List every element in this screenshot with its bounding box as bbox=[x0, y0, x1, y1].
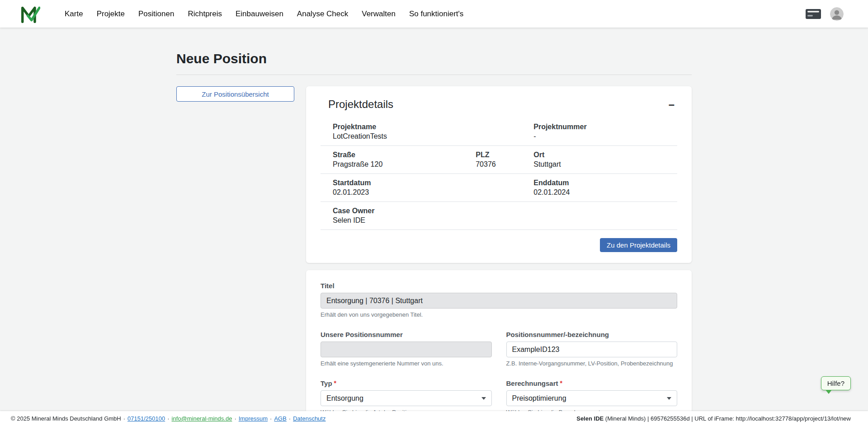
person-icon bbox=[830, 7, 844, 21]
positionsnummer-label: Positionsnummer/-bezeichnung bbox=[506, 331, 678, 338]
right-column: Projektdetails – Projektname LotCreation… bbox=[306, 86, 692, 426]
collapse-button[interactable]: – bbox=[666, 99, 677, 110]
berechnungsart-field: Berechnungsart* Preisoptimierung Wählen … bbox=[506, 379, 678, 416]
user-avatar[interactable] bbox=[830, 7, 844, 21]
titel-input bbox=[321, 293, 677, 309]
field-value: - bbox=[533, 132, 677, 140]
unsere-positionsnummer-field: Unsere Positionsnummer Erhält eine syste… bbox=[321, 331, 492, 367]
field-strasse: Straße Pragstraße 120 bbox=[333, 151, 476, 169]
field-plz: PLZ 70376 bbox=[476, 151, 533, 169]
title-divider bbox=[176, 75, 692, 75]
logo-m-icon bbox=[20, 5, 40, 23]
footer-user-info: Selen IDE (Mineral Minds) | 69576255536d… bbox=[576, 415, 851, 422]
field-value: Stuttgart bbox=[533, 160, 677, 169]
typ-select[interactable]: Entsorgung bbox=[321, 390, 492, 406]
titel-help: Erhält den von uns vorgegebenen Titel. bbox=[321, 311, 677, 318]
position-form-card: Titel Erhält den von uns vorgegebenen Ti… bbox=[306, 270, 692, 426]
footer-copyright: © 2025 Mineral Minds Deutschland GmbH bbox=[11, 415, 121, 422]
positionsnummer-field: Positionsnummer/-bezeichnung Z.B. Intern… bbox=[506, 331, 678, 367]
field-label: Projektname bbox=[333, 123, 533, 131]
main-nav: Karte Projekte Positionen Richtpreis Ein… bbox=[65, 9, 806, 19]
navbar: Karte Projekte Positionen Richtpreis Ein… bbox=[0, 0, 868, 28]
berechnungsart-select-value: Preisoptimierung bbox=[512, 394, 566, 403]
footer-email-link[interactable]: info@mineral-minds.de bbox=[172, 415, 232, 422]
nav-item-einbauweisen[interactable]: Einbauweisen bbox=[236, 9, 283, 19]
berechnungsart-label: Berechnungsart* bbox=[506, 379, 678, 387]
main-content: Neue Position Zur Positionsübersicht Pro… bbox=[0, 28, 868, 426]
footer-agb-link[interactable]: AGB bbox=[274, 415, 286, 422]
unsere-positionsnummer-help: Erhält eine systemgenerierte Nummer von … bbox=[321, 360, 492, 367]
field-projektname: Projektname LotCreationTests bbox=[333, 123, 533, 140]
field-label: Startdatum bbox=[333, 179, 533, 187]
field-enddatum: Enddatum 02.01.2024 bbox=[533, 179, 677, 197]
footer: © 2025 Mineral Minds Deutschland GmbH · … bbox=[0, 411, 868, 426]
nav-item-analyse-check[interactable]: Analyse Check bbox=[297, 9, 348, 19]
field-value: LotCreationTests bbox=[333, 132, 533, 140]
nav-item-karte[interactable]: Karte bbox=[65, 9, 83, 19]
server-stack-icon[interactable] bbox=[806, 9, 821, 19]
nav-item-projekte[interactable]: Projekte bbox=[97, 9, 125, 19]
nav-item-positionen[interactable]: Positionen bbox=[138, 9, 174, 19]
table-row: Projektname LotCreationTests Projektnumm… bbox=[321, 118, 677, 146]
field-value: Pragstraße 120 bbox=[333, 160, 476, 169]
field-value: 70376 bbox=[476, 160, 533, 169]
project-details-table: Projektname LotCreationTests Projektnumm… bbox=[321, 118, 677, 230]
field-ort: Ort Stuttgart bbox=[533, 151, 677, 169]
field-startdatum: Startdatum 02.01.2023 bbox=[333, 179, 533, 197]
field-label: Enddatum bbox=[533, 179, 677, 187]
help-button-label: Hilfe? bbox=[827, 379, 844, 387]
field-value: 02.01.2024 bbox=[533, 188, 677, 197]
navbar-right bbox=[806, 7, 844, 21]
field-projektnummer: Projektnummer - bbox=[533, 123, 677, 140]
field-value: 02.01.2023 bbox=[333, 188, 533, 197]
table-row: Case Owner Selen IDE bbox=[321, 202, 677, 230]
field-label: PLZ bbox=[476, 151, 533, 159]
footer-separator: · bbox=[234, 415, 236, 422]
project-details-button[interactable]: Zu den Projektdetails bbox=[600, 238, 677, 252]
footer-user-name: Selen IDE bbox=[576, 415, 604, 422]
footer-separator: · bbox=[270, 415, 272, 422]
titel-field: Titel Erhält den von uns vorgegebenen Ti… bbox=[321, 282, 677, 318]
typ-label: Typ* bbox=[321, 379, 492, 387]
left-column: Zur Positionsübersicht bbox=[176, 86, 294, 102]
positionsnummer-help: Z.B. Interne-Vorgangsnummer, LV-Position… bbox=[506, 360, 678, 367]
footer-impressum-link[interactable]: Impressum bbox=[239, 415, 268, 422]
required-asterisk: * bbox=[560, 379, 562, 387]
field-label: Case Owner bbox=[333, 207, 677, 215]
titel-label: Titel bbox=[321, 282, 677, 290]
nav-item-verwalten[interactable]: Verwalten bbox=[362, 9, 396, 19]
table-row: Startdatum 02.01.2023 Enddatum 02.01.202… bbox=[321, 174, 677, 202]
chevron-down-icon bbox=[481, 397, 486, 400]
field-label: Straße bbox=[333, 151, 476, 159]
table-row: Straße Pragstraße 120 PLZ 70376 Ort Stut… bbox=[321, 146, 677, 174]
help-button[interactable]: Hilfe? bbox=[821, 376, 851, 390]
footer-separator: · bbox=[167, 415, 169, 422]
back-to-positions-button[interactable]: Zur Positionsübersicht bbox=[176, 86, 294, 102]
required-asterisk: * bbox=[334, 379, 336, 387]
positionsnummer-input[interactable] bbox=[506, 342, 678, 357]
chevron-down-icon bbox=[667, 397, 671, 400]
typ-field: Typ* Entsorgung Wählen Sie hier die Art … bbox=[321, 379, 492, 416]
field-label: Ort bbox=[533, 151, 677, 159]
project-details-title: Projektdetails bbox=[328, 98, 393, 111]
nav-item-richtpreis[interactable]: Richtpreis bbox=[188, 9, 222, 19]
page-title: Neue Position bbox=[176, 51, 692, 66]
berechnungsart-select[interactable]: Preisoptimierung bbox=[506, 390, 678, 406]
footer-phone-link[interactable]: 07151/250100 bbox=[127, 415, 165, 422]
unsere-positionsnummer-label: Unsere Positionsnummer bbox=[321, 331, 492, 338]
footer-separator: · bbox=[289, 415, 291, 422]
field-case-owner: Case Owner Selen IDE bbox=[333, 207, 677, 225]
footer-separator: · bbox=[123, 415, 125, 422]
footer-user-details: (Mineral Minds) | 69576255536d | URL of … bbox=[604, 415, 851, 422]
nav-item-so-funktionierts[interactable]: So funktioniert's bbox=[409, 9, 463, 19]
field-value: Selen IDE bbox=[333, 216, 677, 225]
project-details-card: Projektdetails – Projektname LotCreation… bbox=[306, 86, 692, 263]
field-label: Projektnummer bbox=[533, 123, 677, 131]
mineral-minds-logo[interactable] bbox=[20, 5, 40, 23]
typ-select-value: Entsorgung bbox=[326, 394, 363, 403]
unsere-positionsnummer-input bbox=[321, 342, 492, 357]
footer-datenschutz-link[interactable]: Datenschutz bbox=[293, 415, 326, 422]
